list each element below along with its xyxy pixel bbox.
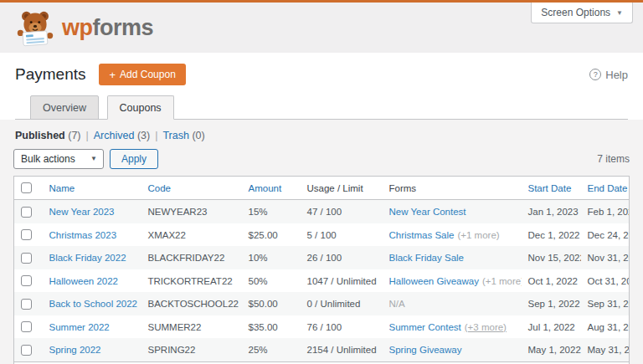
coupon-code-cell: XMAX22	[141, 223, 242, 246]
items-count: 7 items	[597, 153, 630, 165]
form-link[interactable]: Black Friday Sale	[389, 253, 464, 263]
label-forms: Forms	[389, 183, 417, 193]
form-link[interactable]: Summer Contest	[389, 322, 461, 332]
row-checkbox-cell	[14, 200, 43, 223]
coupon-row: Black Friday 2022BLACKFRIDAY2210%26 / 10…	[14, 246, 630, 269]
row-checkbox[interactable]	[21, 299, 32, 310]
form-link[interactable]: Spring Giveaway	[389, 345, 462, 355]
tab-overview[interactable]: Overview	[30, 95, 99, 120]
coupon-name-link[interactable]: New Year 2023	[49, 207, 115, 217]
forms-more-text: (+1 more)	[457, 230, 499, 240]
coupon-forms-cell: Summer Contest(+3 more)	[383, 315, 522, 338]
coupon-name-link[interactable]: Christmas 2023	[49, 230, 117, 240]
row-checkbox[interactable]	[21, 229, 32, 240]
view-published: Published (7)	[15, 130, 81, 141]
page-title: Payments	[15, 65, 85, 84]
row-checkbox[interactable]	[21, 275, 32, 286]
coupon-start-date-cell: Nov 15, 2022	[522, 246, 581, 269]
screen-options-label: Screen Options	[541, 7, 610, 18]
form-link[interactable]: Christmas Sale	[389, 230, 455, 240]
row-checkbox-cell	[14, 223, 43, 246]
app-header: wpforms Screen Options ▼	[0, 3, 643, 53]
coupon-forms-cell: Christmas Sale(+1 more)	[383, 223, 522, 246]
coupon-forms-cell: N/A	[383, 292, 522, 315]
coupon-usage-limit-cell: 26 / 100	[301, 246, 383, 269]
row-checkbox[interactable]	[21, 207, 32, 218]
coupon-name-link[interactable]: Back to School 2022	[49, 299, 138, 309]
coupon-amount-cell: 15%	[242, 200, 301, 223]
help-link[interactable]: ? Help	[589, 69, 628, 81]
tab-coupons[interactable]: Coupons	[107, 95, 174, 120]
coupon-name-link[interactable]: Halloween 2022	[49, 276, 118, 286]
coupon-forms-cell: Spring Giveaway	[383, 338, 522, 361]
form-link[interactable]: Halloween Giveaway	[389, 276, 479, 286]
page-title-band: Payments + Add Coupon ? Help Overview Co…	[0, 53, 643, 120]
bulk-actions-select[interactable]: Bulk actions	[13, 149, 104, 169]
row-checkbox-cell	[14, 246, 43, 269]
select-all-cell	[14, 177, 43, 200]
forms-more-text[interactable]: (+3 more)	[465, 322, 507, 332]
row-checkbox[interactable]	[21, 345, 32, 356]
coupon-amount-cell: $35.00	[242, 315, 301, 338]
tab-bar: Overview Coupons	[15, 85, 628, 120]
coupons-content: Published (7)|Archived (3)|Trash (0) Bul…	[0, 120, 643, 364]
select-all-checkbox[interactable]	[21, 182, 32, 193]
coupon-code-cell: BACKTOSCHOOL22	[141, 292, 242, 315]
coupon-end-date-cell: Sep 31, 2022	[581, 292, 630, 315]
coupon-name-link[interactable]: Spring 2022	[49, 345, 101, 355]
form-link[interactable]: New Year Contest	[389, 207, 466, 217]
add-coupon-label: Add Coupon	[120, 69, 176, 80]
view-trash-link[interactable]: Trash	[162, 130, 189, 141]
coupon-name-cell: Back to School 2022	[43, 292, 141, 315]
coupon-code-cell: BLACKFRIDAY22	[141, 246, 242, 269]
add-coupon-button[interactable]: + Add Coupon	[99, 64, 185, 85]
column-amount-cell: Amount	[242, 177, 301, 200]
coupon-amount-cell: 10%	[242, 246, 301, 269]
coupon-usage-limit-cell: 76 / 100	[301, 315, 383, 338]
coupon-start-date-cell: Jan 1, 2023	[522, 200, 581, 223]
coupon-code-cell: SUMMER22	[141, 315, 242, 338]
coupon-row: New Year 2023NEWYEAR2315%47 / 100New Yea…	[14, 200, 630, 223]
coupon-code-cell: NEWYEAR23	[141, 200, 242, 223]
sort-code[interactable]: Code	[148, 183, 172, 193]
coupon-usage-limit-cell: 47 / 100	[301, 200, 383, 223]
view-archived-link[interactable]: Archived	[94, 130, 135, 141]
view-separator: |	[155, 130, 157, 141]
logo-wp-text: wp	[62, 15, 93, 40]
coupon-row: Spring 2022SPRING2225%2154 / UnlimitedSp…	[14, 338, 630, 361]
bulk-actions-select-wrap: Bulk actions ▼	[13, 149, 104, 169]
coupon-forms-cell: Black Friday Sale	[383, 246, 522, 269]
column-usage-limit-cell: Usage / Limit	[301, 177, 383, 200]
sort-name[interactable]: Name	[49, 183, 75, 193]
logo-forms-text: forms	[93, 15, 154, 40]
column-end-date-cell: End Date	[581, 177, 630, 200]
coupon-start-date-cell: Dec 1, 2022	[522, 223, 581, 246]
coupon-forms-cell: Halloween Giveaway(+1 more)	[383, 269, 522, 292]
screen-options-button[interactable]: Screen Options ▼	[531, 3, 633, 23]
coupon-name-cell: New Year 2023	[43, 200, 141, 223]
column-code-cell: Code	[141, 177, 242, 200]
row-checkbox[interactable]	[21, 253, 32, 264]
apply-button[interactable]: Apply	[110, 149, 158, 169]
bear-mascot-icon	[15, 8, 55, 48]
coupon-row: Christmas 2023XMAX22$25.005 / 100Christm…	[14, 223, 630, 246]
coupon-name-link[interactable]: Black Friday 2022	[49, 253, 126, 263]
sort-end-date[interactable]: End Date	[588, 183, 628, 193]
row-checkbox[interactable]	[21, 321, 32, 332]
coupon-usage-limit-cell: 5 / 100	[301, 223, 383, 246]
view-archived-count: (3)	[137, 130, 150, 141]
coupon-end-date-cell: Nov 31, 2022	[581, 246, 630, 269]
coupon-start-date-cell: Sep 1, 2022	[522, 292, 581, 315]
column-forms-cell: Forms	[383, 177, 522, 200]
coupon-row: Summer 2022SUMMER22$35.0076 / 100Summer …	[14, 315, 630, 338]
coupon-name-link[interactable]: Summer 2022	[49, 322, 110, 332]
coupon-amount-cell: $25.00	[242, 223, 301, 246]
forms-na-text: N/A	[389, 299, 405, 309]
chevron-down-icon: ▼	[616, 9, 623, 17]
coupon-end-date-cell: May 31, 2022	[581, 338, 630, 361]
sort-start-date[interactable]: Start Date	[528, 183, 572, 193]
top-toolbar: Bulk actions ▼ Apply 7 items	[13, 149, 630, 169]
sort-amount[interactable]: Amount	[249, 183, 282, 193]
forms-more-text: (+1 more)	[482, 276, 522, 286]
row-checkbox-cell	[14, 338, 43, 361]
